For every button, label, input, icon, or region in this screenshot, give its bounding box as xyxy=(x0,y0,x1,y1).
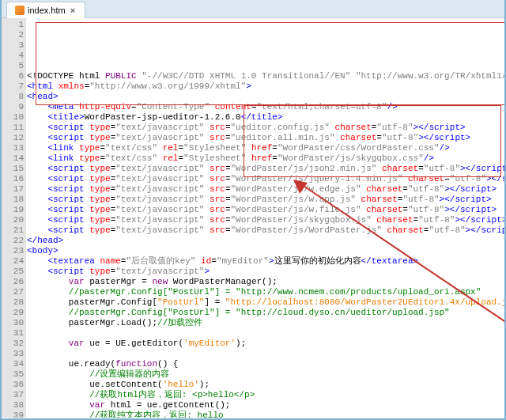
line-number: 31 xyxy=(2,328,24,339)
line-number: 12 xyxy=(2,133,24,143)
close-icon[interactable]: × xyxy=(69,6,77,15)
line-number: 17 xyxy=(2,184,24,195)
highlight-box-scripts xyxy=(244,105,501,177)
code-line: var html = ue.getContent(); xyxy=(27,400,504,411)
line-number: 36 xyxy=(2,380,24,390)
line-number: 16 xyxy=(2,174,24,184)
highlight-box-head xyxy=(36,22,504,105)
line-number: 2 xyxy=(2,30,24,40)
line-number: 27 xyxy=(2,287,24,297)
line-number: 23 xyxy=(2,246,24,256)
line-number: 10 xyxy=(2,112,24,123)
code-line: //获取html内容，返回: <p>hello</p> xyxy=(27,390,504,400)
line-number: 39 xyxy=(2,411,24,418)
code-line: //获取纯文本内容，返回: hello xyxy=(27,411,504,418)
line-number: 15 xyxy=(2,164,24,174)
line-number: 14 xyxy=(2,153,24,164)
code-line: ue.ready(function() { xyxy=(27,359,504,369)
code-line: <script type="text/javascript"> xyxy=(27,267,504,277)
code-line: <script type="text/javascript" src="Word… xyxy=(27,195,504,205)
line-number: 38 xyxy=(2,400,24,411)
line-number: 24 xyxy=(2,256,24,267)
code-line: <textarea name="后台取值的key" id="myEditor">… xyxy=(27,256,504,267)
code-line: <body> xyxy=(27,246,504,256)
file-tab[interactable]: index.htm × xyxy=(6,2,85,18)
code-line: <script type="text/javascript" src="Word… xyxy=(27,184,504,195)
line-number: 33 xyxy=(2,349,24,359)
line-number: 37 xyxy=(2,390,24,400)
line-number: 25 xyxy=(2,267,24,277)
line-number: 3 xyxy=(2,40,24,51)
code-line: <script type="text/javascript" src="Word… xyxy=(27,215,504,225)
code-line: pasterMgr.Config["PostUrl"] = "http://lo… xyxy=(27,297,504,308)
line-number: 19 xyxy=(2,205,24,215)
line-number: 18 xyxy=(2,195,24,205)
line-number: 28 xyxy=(2,297,24,308)
line-number: 30 xyxy=(2,318,24,328)
line-number: 29 xyxy=(2,308,24,318)
line-number: 9 xyxy=(2,102,24,112)
tab-filename: index.htm xyxy=(28,6,66,15)
line-number: 7 xyxy=(2,81,24,92)
code-line: //pasterMgr.Config["PostUrl"] = "http://… xyxy=(27,287,504,297)
code-line: var ue = UE.getEditor('myEditor'); xyxy=(27,339,504,349)
line-number: 4 xyxy=(2,51,24,61)
line-number: 11 xyxy=(2,123,24,133)
code-line: var pasterMgr = new WordPasterManager(); xyxy=(27,277,504,287)
line-number: 32 xyxy=(2,339,24,349)
line-number: 22 xyxy=(2,236,24,246)
line-number: 34 xyxy=(2,359,24,369)
line-number: 20 xyxy=(2,215,24,225)
line-number: 13 xyxy=(2,143,24,153)
line-number: 6 xyxy=(2,71,24,81)
code-line: //设置编辑器的内容 xyxy=(27,369,504,380)
code-line: pasterMgr.Load();//加载控件 xyxy=(27,318,504,328)
code-line xyxy=(27,328,504,339)
line-number: 21 xyxy=(2,225,24,236)
code-line: //pasterMgr.Config["PostUrl"] = "http://… xyxy=(27,308,504,318)
code-line: </head> xyxy=(27,236,504,246)
code-area[interactable]: 1234567891011121314151617181920212223242… xyxy=(2,18,504,418)
line-number: 26 xyxy=(2,277,24,287)
line-number: 1 xyxy=(2,20,24,30)
tab-bar: index.htm × xyxy=(2,0,504,18)
editor-window: index.htm × 1234567891011121314151617181… xyxy=(0,0,506,420)
line-number: 35 xyxy=(2,369,24,380)
code-lines: <!DOCTYPE html PUBLIC "-//W3C//DTD XHTML… xyxy=(27,20,504,418)
code-line: <script type="text/javascript" src="Word… xyxy=(27,205,504,215)
line-number: 5 xyxy=(2,61,24,71)
code-line: ue.setContent('hello'); xyxy=(27,380,504,390)
htm-file-icon xyxy=(15,6,25,15)
code-line: <script type="text/javascript" src="Word… xyxy=(27,225,504,236)
code-line xyxy=(27,349,504,359)
line-number: 8 xyxy=(2,92,24,102)
gutter: 1234567891011121314151617181920212223242… xyxy=(2,18,26,418)
